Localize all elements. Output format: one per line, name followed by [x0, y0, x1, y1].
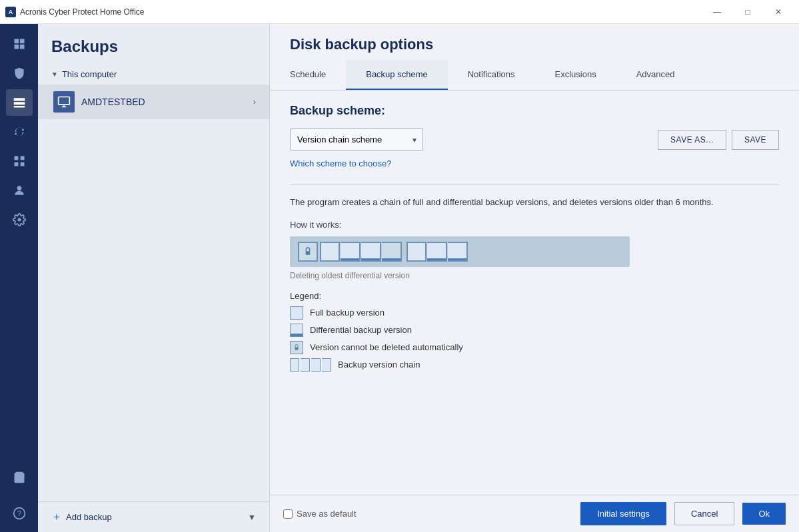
sidebar-icon-account[interactable] [6, 177, 33, 204]
scheme-select-wrapper: Version chain scheme ▼ [290, 129, 423, 150]
tab-content: Backup scheme: Version chain scheme ▼ SA… [270, 91, 799, 495]
legend-icon-diff [290, 324, 303, 337]
section-arrow-icon: ▼ [51, 71, 58, 78]
close-button[interactable]: ✕ [763, 0, 794, 24]
titlebar: A Acronis Cyber Protect Home Office — □ … [0, 0, 799, 24]
nav-item-computer[interactable]: AMDTESTBED › [38, 85, 269, 119]
bottom-bar: Save as default Initial settings Cancel … [270, 495, 799, 532]
svg-rect-5 [13, 102, 25, 105]
maximize-button[interactable]: □ [732, 0, 763, 24]
sidebar-icon-protection[interactable] [6, 60, 33, 87]
svg-rect-17 [306, 251, 311, 254]
tab-advanced[interactable]: Advanced [616, 60, 695, 90]
tab-backup-scheme[interactable]: Backup scheme [346, 60, 448, 90]
legend-label-chain: Backup version chain [338, 360, 420, 370]
svg-rect-9 [14, 162, 18, 166]
svg-point-12 [17, 218, 21, 222]
sidebar-icon-dashboard[interactable] [6, 31, 33, 57]
sidebar-icon-settings[interactable] [6, 206, 33, 233]
sidebar-icon-backup[interactable] [6, 89, 33, 116]
nav-item-arrow-icon: › [253, 97, 256, 107]
button-group: SAVE AS... SAVE [658, 130, 779, 150]
diagram-block-diff-1 [341, 242, 361, 262]
save-as-default-input[interactable] [283, 509, 293, 519]
sidebar-icon-sync[interactable] [6, 119, 33, 145]
svg-rect-6 [13, 106, 25, 108]
sidebar-icon-tools[interactable] [6, 148, 33, 174]
plus-icon: ＋ [51, 510, 62, 524]
save-as-button[interactable]: SAVE AS... [658, 130, 726, 150]
legend-label-diff: Differential backup version [310, 325, 412, 335]
tab-notifications[interactable]: Notifications [448, 60, 535, 90]
sidebar-icon-store[interactable] [6, 464, 33, 491]
svg-rect-7 [14, 156, 18, 160]
diagram-block-diff-2 [361, 242, 381, 262]
svg-rect-8 [20, 156, 24, 160]
content-area: Disk backup options Schedule Backup sche… [270, 24, 799, 532]
legend-item-full: Full backup version [290, 306, 779, 320]
tab-exclusions[interactable]: Exclusions [535, 60, 616, 90]
save-as-default-label: Save as default [297, 509, 357, 519]
svg-rect-16 [59, 97, 70, 105]
titlebar-left: A Acronis Cyber Protect Home Office [5, 7, 145, 17]
tab-schedule[interactable]: Schedule [270, 60, 346, 90]
page-title: Disk backup options [270, 24, 799, 60]
ok-button[interactable]: Ok [742, 503, 786, 525]
app-title: Acronis Cyber Protect Home Office [20, 7, 145, 17]
nav-section-header[interactable]: ▼ This computer [38, 64, 269, 85]
divider [290, 184, 779, 185]
sidebar-icon-help[interactable]: ? [6, 500, 33, 527]
nav-item-name: AMDTESTBED [81, 97, 247, 107]
add-backup-arrow-icon: ▼ [248, 513, 256, 522]
backup-diagram [290, 236, 630, 267]
svg-rect-3 [19, 45, 24, 49]
app-body: ? Backups ▼ This computer AMDTESTBED › ＋… [0, 24, 799, 532]
legend-item-locked: Version cannot be deleted automatically [290, 341, 779, 354]
app-logo: A [5, 7, 16, 17]
nav-panel-title: Backups [38, 24, 269, 64]
deleting-label: Deleting oldest differential version [290, 271, 779, 280]
legend-label-locked: Version cannot be deleted automatically [310, 342, 463, 352]
scheme-row: Version chain scheme ▼ SAVE AS... SAVE [290, 129, 779, 150]
legend-icon-full [290, 306, 303, 320]
nav-spacer [38, 119, 269, 501]
svg-rect-0 [14, 39, 19, 44]
tabs-bar: Schedule Backup scheme Notifications Exc… [270, 60, 799, 91]
save-button[interactable]: SAVE [732, 130, 779, 150]
diagram-block-diff-5 [448, 242, 468, 262]
diagram-block-lock [298, 242, 318, 262]
legend-item-chain: Backup version chain [290, 358, 779, 372]
legend-icon-locked [290, 341, 303, 354]
computer-icon [53, 91, 75, 113]
svg-rect-10 [20, 162, 24, 166]
svg-rect-2 [14, 45, 19, 49]
window-controls: — □ ✕ [702, 0, 794, 24]
legend-title: Legend: [290, 291, 779, 301]
sidebar: ? [0, 24, 38, 532]
add-backup-label: Add backup [66, 512, 112, 522]
diagram-block-diff-3 [382, 242, 402, 262]
initial-settings-button[interactable]: Initial settings [580, 502, 666, 525]
diagram-block-full [320, 242, 340, 262]
legend-item-diff: Differential backup version [290, 324, 779, 337]
scheme-select[interactable]: Version chain scheme [290, 129, 423, 150]
diagram-block-diff-4 [427, 242, 447, 262]
svg-point-11 [17, 186, 21, 190]
section-header-label: This computer [62, 69, 117, 79]
save-as-default-checkbox[interactable]: Save as default [283, 509, 357, 519]
svg-rect-4 [13, 98, 25, 101]
how-it-works-label: How it works: [290, 220, 779, 230]
which-scheme-link[interactable]: Which scheme to choose? [290, 158, 391, 168]
minimize-button[interactable]: — [702, 0, 732, 24]
svg-rect-1 [19, 39, 24, 44]
scheme-description: The program creates a chain of full and … [290, 196, 743, 209]
legend-label-full: Full backup version [310, 308, 385, 318]
add-backup-button[interactable]: ＋ Add backup ▼ [38, 501, 269, 532]
svg-rect-18 [295, 347, 299, 350]
backup-scheme-title: Backup scheme: [290, 104, 779, 118]
diagram-block-full-2 [406, 242, 426, 262]
svg-text:?: ? [17, 509, 21, 517]
legend-icon-chain [290, 358, 331, 372]
cancel-button[interactable]: Cancel [674, 502, 734, 525]
nav-panel: Backups ▼ This computer AMDTESTBED › ＋ A… [38, 24, 270, 532]
